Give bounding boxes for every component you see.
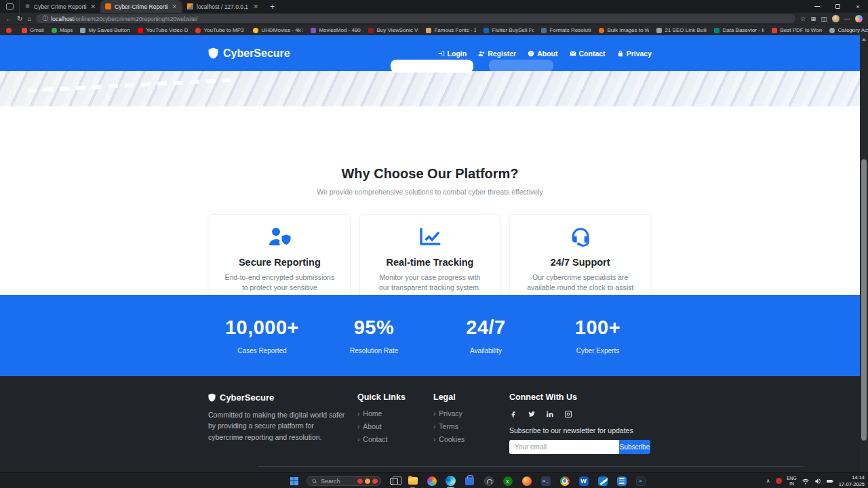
favorites-star-icon[interactable]: ☆ xyxy=(800,16,806,22)
battery-icon[interactable] xyxy=(827,478,833,485)
hidden-icons-chevron-icon[interactable]: ∧ xyxy=(766,478,770,484)
footer-link-cookies[interactable]: ›Cookies xyxy=(433,435,509,443)
bookmark-item[interactable]: Flutter BuySell For i... xyxy=(484,27,534,33)
tab-close-icon[interactable]: ✕ xyxy=(90,3,96,10)
footer-connect-column: Connect With Us Subscribe to our newslet… xyxy=(509,392,652,454)
split-screen-icon[interactable]: ◫ xyxy=(821,16,827,22)
powershell-icon[interactable]: >_ xyxy=(539,474,552,487)
close-button[interactable]: × xyxy=(848,0,868,13)
footer-link-home[interactable]: ›Home xyxy=(357,409,433,418)
bookmark-item[interactable]: Gmail xyxy=(22,27,44,33)
tab-search-icon[interactable] xyxy=(6,3,14,9)
bookmark-item[interactable]: MoviesMod - 480p... xyxy=(311,27,361,33)
photos-icon[interactable] xyxy=(425,474,438,487)
bookmark-item[interactable]: My Saved Buttons -... xyxy=(80,27,130,33)
bookmark-item[interactable]: Bulk Images to Web... xyxy=(599,27,649,33)
home-icon[interactable]: ⌂ xyxy=(27,16,31,22)
browser-tab-3[interactable]: localhost / 127.0.0.1 / cybercrime... ✕ xyxy=(182,0,263,13)
nav-link-register[interactable]: Register xyxy=(478,49,516,58)
bookmark-favicon-icon xyxy=(195,28,201,33)
copilot-icon[interactable] xyxy=(855,15,863,22)
vscode-icon[interactable] xyxy=(596,474,609,487)
instagram-icon[interactable] xyxy=(564,410,572,418)
brand[interactable]: CyberSecure xyxy=(208,47,290,60)
hero-secondary-button-peek[interactable] xyxy=(489,60,553,72)
windows-logo-icon xyxy=(290,477,298,485)
tray-app-icon[interactable] xyxy=(776,478,782,484)
xbox-icon[interactable]: x xyxy=(501,474,514,487)
nav-link-privacy[interactable]: Privacy xyxy=(617,49,652,58)
nav-link-login[interactable]: Login xyxy=(438,49,467,58)
bookmark-favicon-icon xyxy=(368,28,374,33)
notepad-icon[interactable] xyxy=(615,474,628,487)
bookmark-item[interactable]: YouTube to MP3 Co... xyxy=(195,27,245,33)
taskbar-clock[interactable]: 14:14 17-07-2025 xyxy=(839,474,865,487)
scrollbar-thumb[interactable] xyxy=(861,159,867,441)
hero-primary-button-peek[interactable] xyxy=(391,60,473,73)
card-title: 24/7 Support xyxy=(518,257,642,268)
file-explorer-icon[interactable] xyxy=(406,474,419,487)
site-info-icon[interactable]: ⓘ xyxy=(42,15,47,22)
settings-ellipsis-icon[interactable]: ⋯ xyxy=(844,16,851,22)
bookmark-favicon-icon xyxy=(714,28,719,33)
youtube-favicon-icon xyxy=(138,28,143,33)
bookmark-item[interactable]: 21 SEO Link Buildin... xyxy=(656,27,707,33)
browser-tab-1[interactable]: ⚙ Cyber Crime Reporting System ✕ xyxy=(19,0,100,13)
chrome-icon[interactable] xyxy=(558,474,571,487)
nav-link-about[interactable]: About xyxy=(528,49,557,58)
bookmark-item[interactable]: UHDMovies - 4k Du... xyxy=(253,27,303,33)
bookmark-item[interactable]: Category Actions a... xyxy=(829,27,868,33)
facebook-icon[interactable] xyxy=(509,410,517,418)
linkedin-icon[interactable] xyxy=(546,410,554,418)
language-indicator[interactable]: ENG IN xyxy=(787,476,797,487)
scroll-up-arrow-icon[interactable] xyxy=(862,38,866,41)
footer-link-about[interactable]: ›About xyxy=(357,422,433,430)
bookmark-item[interactable]: Formats Resolutions... xyxy=(541,27,591,33)
page-scrollbar[interactable] xyxy=(860,35,868,472)
task-view-icon[interactable] xyxy=(387,474,400,487)
bookmark-item[interactable]: Best PDF to Word C... xyxy=(772,27,822,33)
feature-card-secure-reporting: Secure Reporting End-to-end encrypted su… xyxy=(209,214,351,301)
tab-close-icon[interactable]: ✕ xyxy=(172,3,177,10)
footer-link-contact[interactable]: ›Contact xyxy=(357,435,433,443)
twitter-icon[interactable] xyxy=(528,410,536,418)
back-icon[interactable]: ← xyxy=(5,16,12,22)
minimize-button[interactable] xyxy=(807,0,827,13)
chevron-right-icon: › xyxy=(433,423,435,430)
bookmark-item[interactable]: Data Basevtor - Mic... xyxy=(714,27,764,33)
address-bar[interactable]: ⓘ localhost/online%20cybercrime%20report… xyxy=(36,14,795,23)
volume-icon[interactable] xyxy=(814,478,821,485)
reload-icon[interactable]: ↻ xyxy=(17,16,22,22)
bookmark-item[interactable]: YouTube Video Do... xyxy=(138,27,188,33)
bookmark-favicon-icon xyxy=(599,28,604,33)
start-button[interactable] xyxy=(288,474,300,487)
store-icon[interactable] xyxy=(463,474,476,487)
tab-close-icon[interactable]: ✕ xyxy=(253,3,258,10)
subscribe-button[interactable]: Subscribe xyxy=(619,440,650,454)
windows-terminal-icon[interactable]: > xyxy=(634,474,647,487)
word-icon[interactable]: W xyxy=(577,474,590,487)
bookmark-item[interactable]: Maps xyxy=(52,27,73,33)
stat-label: Cases Reported xyxy=(206,347,318,354)
new-tab-button[interactable]: + xyxy=(270,2,275,12)
edge-icon[interactable] xyxy=(444,474,457,487)
collections-icon[interactable]: ⊞ xyxy=(811,16,816,22)
browser-tab-2-active[interactable]: Cyber-Crime Reporting System ✕ xyxy=(100,0,182,13)
firefox-icon[interactable] xyxy=(520,474,533,487)
bookmark-item[interactable]: Buy ViewSonic VX2... xyxy=(368,27,418,33)
bookmark-item[interactable] xyxy=(6,28,14,33)
footer-legal-column: Legal ›Privacy ›Terms ›Cookies xyxy=(433,392,509,454)
restore-button[interactable] xyxy=(827,0,848,13)
taskbar-search[interactable]: Search xyxy=(307,476,381,486)
obs-studio-icon[interactable] xyxy=(482,474,495,487)
profile-avatar[interactable] xyxy=(832,15,840,22)
tray-time: 14:14 xyxy=(839,474,865,481)
email-input[interactable] xyxy=(509,440,619,454)
nav-link-contact[interactable]: Contact xyxy=(570,49,606,58)
footer-link-terms[interactable]: ›Terms xyxy=(433,422,509,430)
wifi-icon[interactable] xyxy=(802,478,809,485)
bookmark-item[interactable]: Famous Fonts - 100... xyxy=(426,27,476,33)
stat-value: 10,000+ xyxy=(206,317,318,339)
footer-link-privacy[interactable]: ›Privacy xyxy=(433,409,509,418)
bookmarks-overflow-icon[interactable]: › xyxy=(851,26,853,34)
